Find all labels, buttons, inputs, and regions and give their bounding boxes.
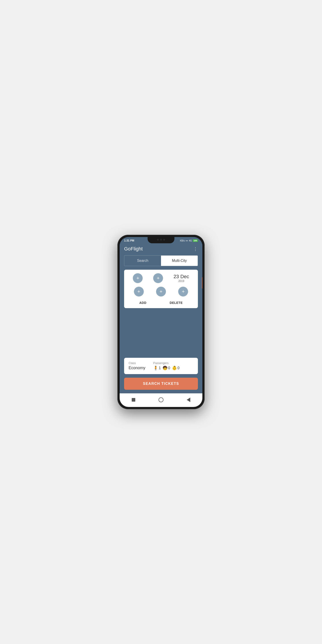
notch	[148, 237, 174, 243]
nav-home-button[interactable]	[158, 396, 164, 404]
battery-indicator: 100	[193, 239, 198, 242]
notch-camera	[157, 239, 165, 240]
child-count[interactable]: 0	[168, 366, 170, 370]
network-speed: KB/s	[180, 240, 185, 242]
flight-actions: ADD DELETE	[128, 300, 194, 304]
infant-group: 👶 0	[172, 366, 180, 370]
app-header: GoFlight ⋮	[120, 243, 202, 255]
stop-icon	[132, 398, 135, 402]
class-value[interactable]: Economy	[128, 366, 149, 370]
infant-count[interactable]: 0	[178, 366, 180, 370]
class-section: Class Economy	[128, 361, 149, 370]
tabs-container: Search Multi-City	[124, 255, 198, 266]
date-year: 2019	[174, 280, 189, 283]
search-tickets-button[interactable]: SEARCH TICKETS	[124, 378, 198, 390]
flight-card: + + 23 Dec 2019 + + + ADD DELETE	[124, 270, 198, 308]
front-camera	[163, 239, 165, 240]
phone-device: 1:31 PM KB/s ▪▪▪ 4G 100 GoFlight ⋮	[118, 235, 204, 409]
phone-screen: 1:31 PM KB/s ▪▪▪ 4G 100 GoFlight ⋮	[120, 237, 202, 407]
to-add-button-1[interactable]: +	[153, 273, 163, 283]
adult-count[interactable]: 1	[159, 366, 161, 370]
flight-row-1: + + 23 Dec 2019	[128, 273, 194, 283]
adult-group: 🧍 1	[153, 366, 161, 370]
signal-bars: ▪▪▪	[186, 240, 188, 242]
class-label: Class	[128, 361, 149, 365]
from-add-button-1[interactable]: +	[133, 273, 143, 283]
back-icon	[187, 398, 190, 402]
bottom-nav	[120, 393, 202, 407]
camera-dot	[157, 239, 159, 240]
add-button[interactable]: ADD	[139, 301, 146, 304]
adult-icon: 🧍	[153, 366, 158, 370]
date-day: 23 Dec	[174, 274, 189, 280]
flight-row-2: + + +	[128, 287, 194, 296]
class-passengers-card: Class Economy Passengers 🧍 1 🧒 0 👶	[124, 358, 198, 374]
to-add-button-2[interactable]: +	[156, 287, 166, 296]
app-title: GoFlight	[124, 246, 143, 252]
spacer	[120, 312, 202, 358]
speaker	[160, 239, 162, 240]
home-icon	[158, 397, 164, 402]
status-right: KB/s ▪▪▪ 4G 100	[180, 239, 198, 242]
status-time: 1:31 PM	[124, 239, 134, 242]
child-icon: 🧒	[162, 366, 168, 370]
passengers-row: 🧍 1 🧒 0 👶 0	[153, 366, 194, 370]
nav-stop-button[interactable]	[130, 396, 137, 404]
passengers-section: Passengers 🧍 1 🧒 0 👶 0	[153, 361, 194, 370]
passengers-label: Passengers	[153, 361, 194, 365]
side-accent	[202, 277, 202, 288]
date-display: 23 Dec 2019	[174, 274, 189, 283]
from-add-button-2[interactable]: +	[134, 287, 144, 296]
tab-search[interactable]: Search	[124, 256, 161, 266]
infant-icon: 👶	[172, 366, 177, 370]
tab-multicity[interactable]: Multi-City	[161, 256, 198, 266]
nav-back-button[interactable]	[185, 396, 192, 404]
status-bar: 1:31 PM KB/s ▪▪▪ 4G 100	[120, 237, 202, 243]
menu-button[interactable]: ⋮	[193, 246, 198, 252]
date-add-button[interactable]: +	[178, 287, 188, 296]
network-type: 4G	[189, 240, 192, 242]
child-group: 🧒 0	[162, 366, 170, 370]
delete-button[interactable]: DELETE	[170, 301, 183, 304]
